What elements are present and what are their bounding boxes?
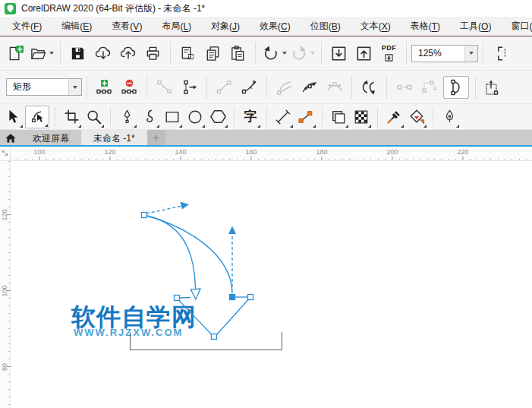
zoom-level-combobox[interactable]: 125%: [411, 45, 478, 62]
curve-node[interactable]: [175, 296, 180, 301]
curve-node-selected[interactable]: [230, 295, 235, 300]
shape-preset-combobox[interactable]: 矩形: [6, 78, 82, 96]
cloud-download-button[interactable]: [92, 41, 114, 65]
home-icon: [5, 132, 17, 144]
break-nodes-button[interactable]: [178, 75, 200, 100]
smooth-node-icon: [301, 78, 319, 96]
redo-icon: [290, 44, 308, 62]
extract-subpath-button[interactable]: [418, 75, 440, 100]
import-button[interactable]: [328, 41, 350, 65]
smooth-node-button[interactable]: [298, 75, 320, 100]
shape-tool-button[interactable]: [25, 106, 49, 128]
ellipse-tool-button[interactable]: [184, 106, 206, 128]
menu-item[interactable]: 文本(X): [351, 17, 401, 36]
pen-tool-icon: [119, 109, 135, 125]
curve-arrowhead: [191, 289, 201, 299]
menu-item[interactable]: 效果(C): [250, 17, 301, 36]
transparency-tool-button[interactable]: [351, 106, 372, 128]
new-tab-button[interactable]: +: [147, 130, 165, 145]
rectangle-tool-button[interactable]: [162, 106, 183, 128]
cloud-download-icon: [94, 44, 112, 62]
cut-button[interactable]: [177, 41, 199, 65]
menu-item[interactable]: 编辑(E): [52, 17, 102, 36]
pick-tool-button[interactable]: [2, 106, 24, 128]
undo-dropdown-caret[interactable]: [282, 52, 287, 55]
menu-item[interactable]: 查看(V): [102, 17, 152, 36]
separator: [266, 107, 267, 127]
save-button[interactable]: [67, 41, 89, 65]
copy-icon: [204, 45, 222, 62]
curve-node[interactable]: [248, 295, 253, 300]
ruler-label: 100: [33, 148, 45, 156]
ruler-origin[interactable]: [0, 147, 11, 161]
separator: [146, 76, 147, 99]
stretch-nodes-button[interactable]: [482, 75, 504, 100]
curve-segment-left[interactable]: [144, 215, 196, 289]
menu-item[interactable]: 表格(T): [401, 17, 450, 36]
undo-button[interactable]: [262, 41, 287, 65]
menu-item[interactable]: 布局(L): [152, 17, 201, 36]
menu-item[interactable]: 窗口(W): [501, 17, 532, 36]
drop-shadow-tool-button[interactable]: [328, 106, 349, 128]
polygon-tool-button[interactable]: [207, 106, 228, 128]
interactive-fill-tool-button[interactable]: [406, 106, 427, 128]
open-folder-icon: [30, 45, 47, 62]
extend-curve-close-button[interactable]: [393, 75, 415, 100]
freehand-tool-button[interactable]: [139, 106, 160, 128]
document-tab[interactable]: 未命名 -1*: [81, 130, 147, 147]
horizontal-ruler[interactable]: 100 120 140 160: [11, 147, 532, 161]
curve-node[interactable]: [212, 334, 217, 340]
curve-node[interactable]: [142, 213, 147, 218]
outline-pen-tool-button[interactable]: [439, 106, 460, 128]
close-curve-button[interactable]: [443, 76, 469, 99]
document-tab[interactable]: 欢迎屏幕: [20, 130, 81, 147]
delete-nodes-icon: [121, 78, 139, 96]
print-button[interactable]: [142, 41, 164, 65]
menu-item[interactable]: 工具(O): [450, 17, 501, 36]
open-dropdown-caret[interactable]: [49, 52, 54, 55]
export-button[interactable]: [353, 41, 375, 65]
curve-drawing[interactable]: [0, 161, 532, 408]
selection-bounds-button[interactable]: [493, 41, 515, 65]
crop-tool-button[interactable]: [61, 106, 82, 128]
ruler-major-tick: [392, 157, 393, 160]
separator: [433, 107, 433, 127]
chevron-down-icon: [73, 86, 77, 89]
zoom-tool-button[interactable]: [83, 106, 105, 128]
shape-preset-dropdown[interactable]: [68, 79, 81, 95]
copy-button[interactable]: [202, 41, 224, 65]
undo-icon: [262, 44, 280, 62]
publish-pdf-button[interactable]: PDF: [378, 41, 400, 65]
v-segments[interactable]: [179, 300, 248, 336]
dimension-tool-button[interactable]: [272, 106, 294, 128]
join-nodes-button[interactable]: [153, 75, 175, 100]
cusp-node-button[interactable]: [273, 75, 295, 100]
standard-toolbar: PDF 125%: [0, 36, 532, 71]
menu-item[interactable]: 位图(B): [301, 17, 351, 36]
separator: [55, 107, 55, 127]
delete-nodes-button[interactable]: [118, 75, 140, 100]
zoom-dropdown-button[interactable]: [464, 46, 477, 62]
text-tool-button[interactable]: 字: [240, 106, 261, 128]
segment[interactable]: [180, 298, 190, 299]
menu-item[interactable]: 文件(F): [2, 17, 52, 36]
symmetrical-node-button[interactable]: [323, 75, 345, 100]
control-handle-line: [146, 206, 182, 213]
redo-button[interactable]: [290, 41, 315, 65]
paste-button[interactable]: [227, 41, 249, 65]
home-tab-button[interactable]: [0, 130, 20, 147]
cloud-upload-button[interactable]: [117, 41, 139, 65]
eyedropper-tool-button[interactable]: [383, 106, 405, 128]
ruler-label-wrap: 100: [33, 148, 45, 160]
reverse-direction-button[interactable]: [358, 75, 380, 100]
connector-tool-button[interactable]: [295, 106, 316, 128]
add-nodes-button[interactable]: [93, 75, 115, 100]
convert-to-line-button[interactable]: [213, 75, 235, 100]
curve-segment-right[interactable]: [144, 215, 232, 293]
pen-tool-button[interactable]: [116, 106, 137, 128]
rectangle-tool-icon: [164, 109, 181, 125]
convert-to-curve-button[interactable]: [238, 75, 260, 100]
menu-item[interactable]: 对象(J): [201, 17, 250, 36]
new-document-button[interactable]: [5, 41, 27, 65]
open-button[interactable]: [30, 41, 54, 65]
